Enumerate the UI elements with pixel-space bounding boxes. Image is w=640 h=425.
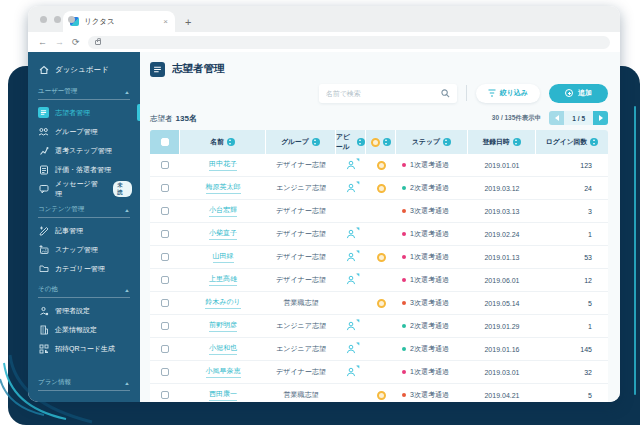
row-checkbox[interactable] — [161, 276, 169, 284]
filter-button[interactable]: 絞り込み — [476, 84, 540, 103]
table-row: 小柴直子 デザイナー志望 1次選考通過 2019.02.24 1 — [150, 223, 608, 246]
sidebar-item-categories[interactable]: カテゴリー管理 — [28, 259, 140, 278]
applicant-name-link[interactable]: 小風早奈恵 — [206, 366, 241, 378]
sidebar-item-dashboard[interactable]: ダッシュボード — [28, 60, 140, 80]
sidebar-item-applicants[interactable]: 志望者管理 — [28, 103, 140, 122]
tab-close-icon[interactable]: × — [163, 17, 168, 26]
appeal-person-icon[interactable] — [346, 183, 356, 194]
column-header-appeal[interactable]: アピール — [336, 130, 366, 154]
search-input[interactable] — [326, 90, 436, 97]
applicant-name-link[interactable]: 小台宏輝 — [209, 205, 237, 217]
table-row: 前野明彦 エンジニア志望 2次選考通過 2019.01.29 1 — [150, 315, 608, 338]
applicant-name-cell: 小風早奈恵 — [180, 361, 266, 383]
sort-icon[interactable] — [513, 138, 521, 146]
photo-plus-icon — [38, 244, 49, 255]
window-controls[interactable] — [40, 16, 75, 23]
pickup-icon — [377, 391, 386, 400]
select-all-checkbox[interactable] — [161, 138, 169, 146]
appeal-person-icon[interactable] — [346, 321, 356, 332]
address-field[interactable] — [88, 36, 610, 49]
sort-icon[interactable] — [227, 138, 235, 146]
step-label: 1次選考通過 — [410, 275, 449, 285]
step-label: 2次選考通過 — [410, 183, 449, 193]
sidebar-item-steps[interactable]: 選考ステップ管理 — [28, 141, 140, 160]
row-checkbox[interactable] — [161, 345, 169, 353]
window-close-button[interactable] — [40, 16, 47, 23]
group-cell: デザイナー志望 — [266, 269, 336, 291]
sidebar-item-messages[interactable]: メッセージ管理 未読 — [28, 179, 140, 198]
sidebar-item-qr-code[interactable]: 招待QRコード生成 — [28, 339, 140, 358]
step-status-dot — [402, 301, 406, 305]
pickup-cell — [366, 361, 396, 383]
pickup-icon — [371, 138, 380, 147]
sidebar-item-groups[interactable]: グループ管理 — [28, 122, 140, 141]
row-checkbox[interactable] — [161, 207, 169, 215]
table-row: 上里高雄 デザイナー志望 1次選考通過 2019.06.01 12 — [150, 269, 608, 292]
sort-icon[interactable] — [443, 138, 451, 146]
sort-icon[interactable] — [357, 138, 365, 146]
sidebar-section-user[interactable]: ユーザー管理 ▲ — [38, 87, 130, 100]
back-icon[interactable]: ← — [38, 38, 47, 47]
add-button[interactable]: 追加 — [549, 84, 608, 103]
row-checkbox[interactable] — [161, 299, 169, 307]
row-checkbox[interactable] — [161, 230, 169, 238]
new-tab-button[interactable]: + — [185, 16, 191, 28]
row-checkbox[interactable] — [161, 368, 169, 376]
column-header-registered[interactable]: 登録日時 — [468, 130, 536, 154]
sidebar-item-admin-settings[interactable]: 管理者設定 — [28, 301, 140, 320]
applicant-name-link[interactable]: 鈴木みのり — [205, 297, 241, 309]
step-status-dot — [402, 278, 406, 282]
search-box[interactable] — [319, 84, 457, 103]
registered-date-cell: 2019.03.13 — [468, 200, 536, 222]
browser-tab[interactable]: リクタス × — [63, 11, 175, 32]
column-header-pickup[interactable] — [366, 130, 396, 154]
row-checkbox[interactable] — [161, 184, 169, 192]
pickup-icon — [377, 184, 386, 193]
step-status-dot — [402, 255, 406, 259]
appeal-person-icon[interactable] — [346, 252, 356, 263]
row-checkbox-cell — [150, 384, 180, 402]
main-content: 志望者管理 絞り込み 追加 — [140, 52, 620, 402]
reload-icon[interactable]: ⟳ — [72, 38, 80, 47]
previous-page-button[interactable] — [549, 111, 564, 125]
pickup-cell — [366, 338, 396, 360]
window-minimize-button[interactable] — [54, 16, 61, 23]
applicant-name-link[interactable]: 小柴直子 — [209, 228, 237, 240]
applicant-name-link[interactable]: 山田緑 — [213, 251, 234, 263]
sort-icon[interactable] — [383, 138, 391, 146]
row-checkbox[interactable] — [161, 161, 169, 169]
column-header-logins[interactable]: ログイン回数 — [536, 130, 608, 154]
appeal-person-icon[interactable] — [346, 275, 356, 286]
applicant-name-link[interactable]: 西田康一 — [209, 389, 237, 401]
sidebar-section-content[interactable]: コンテンツ管理 ▲ — [38, 205, 130, 218]
applicant-name-link[interactable]: 前野明彦 — [209, 320, 237, 332]
registered-date-cell: 2019.06.01 — [468, 269, 536, 291]
sidebar-item-articles[interactable]: 記事管理 — [28, 221, 140, 240]
row-checkbox[interactable] — [161, 322, 169, 330]
appeal-person-icon[interactable] — [346, 344, 356, 355]
column-header-name[interactable]: 名前 — [180, 130, 266, 154]
sidebar-item-company-settings[interactable]: 企業情報設定 — [28, 320, 140, 339]
appeal-person-icon[interactable] — [346, 367, 356, 378]
appeal-person-icon[interactable] — [346, 160, 356, 171]
appeal-person-icon[interactable] — [346, 229, 356, 240]
sort-icon[interactable] — [590, 138, 598, 146]
applicant-name-link[interactable]: 梅原英太郎 — [206, 182, 241, 194]
select-all-checkbox-cell[interactable] — [150, 130, 180, 154]
step-status-dot — [402, 393, 406, 397]
next-page-button[interactable] — [593, 111, 608, 125]
column-header-step[interactable]: ステップ — [396, 130, 468, 154]
applicant-name-link[interactable]: 上里高雄 — [209, 274, 237, 286]
sort-icon[interactable] — [312, 138, 320, 146]
sidebar-item-snaps[interactable]: スナップ管理 — [28, 240, 140, 259]
sidebar-section-other[interactable]: その他 ▲ — [38, 285, 130, 298]
sidebar-item-evaluation[interactable]: 評価・落選者管理 — [28, 160, 140, 179]
row-checkbox[interactable] — [161, 253, 169, 261]
window-zoom-button[interactable] — [68, 16, 75, 23]
sidebar-section-plan[interactable]: プラン情報 ▲ — [38, 378, 130, 391]
forward-icon[interactable]: → — [55, 38, 64, 47]
row-checkbox[interactable] — [161, 391, 169, 399]
applicant-name-link[interactable]: 小堀和也 — [209, 343, 237, 355]
applicant-name-link[interactable]: 田中花子 — [209, 159, 237, 171]
column-header-group[interactable]: グループ — [266, 130, 336, 154]
